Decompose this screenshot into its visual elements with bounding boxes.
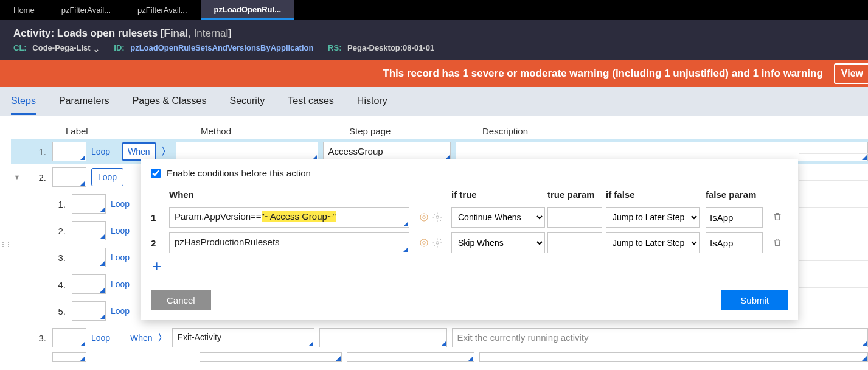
when-link[interactable]: When — [130, 333, 153, 343]
step-number: 4. — [54, 279, 66, 290]
when-expression-highlight: "~Access Group~" — [262, 211, 336, 222]
trash-icon[interactable] — [773, 237, 790, 249]
if-true-select[interactable]: Continue Whens — [451, 207, 545, 228]
rule-title: Activity: Loads open rulesets [Final, In… — [13, 27, 855, 40]
svg-point-4 — [423, 242, 426, 245]
warning-bar: This record has 1 severe or moderate war… — [0, 60, 868, 87]
step-number: 2. — [54, 226, 66, 236]
title-name: Loads open rulesets — [57, 27, 158, 39]
loop-link[interactable]: Loop — [111, 306, 135, 316]
when-conditions-popup: Enable conditions before this action Whe… — [141, 159, 798, 320]
when-expression-input[interactable]: pzHasProductionRulesets — [169, 232, 409, 253]
when-expression-text: Param.AppVersion== — [175, 211, 262, 222]
step-label-input[interactable] — [52, 142, 86, 161]
background-rows — [799, 153, 868, 314]
gear-icon[interactable] — [432, 212, 443, 223]
condition-row-number: 2 — [151, 238, 169, 248]
rule-form-tabs: Steps Parameters Pages & Classes Securit… — [0, 87, 868, 116]
loop-link[interactable]: Loop — [111, 199, 135, 209]
step-number: 1. — [54, 199, 66, 209]
step-row-partial[interactable] — [11, 351, 868, 363]
false-param-input[interactable] — [706, 232, 763, 253]
tab-test-cases[interactable]: Test cases — [288, 88, 334, 115]
step-label-input[interactable] — [52, 328, 86, 347]
loop-link[interactable]: Loop — [91, 333, 116, 343]
loop-button[interactable]: Loop — [91, 168, 123, 186]
tab-pages-classes[interactable]: Pages & Classes — [133, 88, 207, 115]
step-number: 3. — [32, 333, 46, 343]
collapse-icon[interactable]: ▼ — [11, 173, 23, 181]
id-label: ID: — [114, 43, 124, 52]
enable-conditions-input[interactable] — [151, 169, 161, 178]
bracket-open: [ — [158, 27, 164, 39]
svg-point-3 — [420, 239, 428, 246]
cancel-button[interactable]: Cancel — [151, 290, 211, 310]
step-label-input[interactable] — [72, 194, 106, 214]
loop-link[interactable]: Loop — [111, 253, 135, 262]
view-warnings-button[interactable]: View — [834, 63, 868, 84]
when-expression-text: pzHasProductionRulesets — [175, 237, 280, 247]
cl-label: CL: — [13, 43, 27, 52]
when-button[interactable]: When — [122, 142, 156, 161]
step-page-input[interactable] — [319, 328, 447, 347]
cl-value[interactable]: Code-Pega-List⌄ — [32, 43, 99, 52]
step-label-input[interactable] — [72, 221, 106, 240]
method-input[interactable] — [176, 142, 318, 161]
rule-header: Activity: Loads open rulesets [Final, In… — [0, 20, 868, 60]
if-true-select[interactable]: Skip Whens — [451, 232, 545, 253]
trash-icon[interactable] — [773, 212, 790, 223]
add-condition-button[interactable]: + — [152, 257, 788, 276]
step-label-input[interactable] — [52, 167, 86, 187]
tab-steps[interactable]: Steps — [11, 88, 36, 115]
description-input[interactable]: Exit the currently running activity — [452, 328, 868, 347]
col-when: When — [169, 189, 417, 202]
true-param-input[interactable] — [547, 232, 602, 253]
rs-value: Pega-Desktop:08-01-01 — [347, 43, 434, 52]
svg-point-5 — [436, 242, 439, 245]
chevron-right-icon[interactable]: 〉 — [158, 332, 167, 344]
method-input[interactable]: Exit-Activity — [172, 328, 314, 347]
step-label-input[interactable] — [72, 248, 106, 267]
loop-link[interactable]: Loop — [91, 147, 116, 156]
method-input[interactable] — [200, 352, 342, 362]
when-expression-input[interactable]: Param.AppVersion=="~Access Group~" — [169, 207, 409, 228]
id-value: pzLoadOpenRuleSetsAndVersionsByApplicati… — [130, 43, 313, 52]
chevron-right-icon[interactable]: 〉 — [161, 145, 171, 158]
tab-parameters[interactable]: Parameters — [59, 88, 109, 115]
tab-security[interactable]: Security — [229, 88, 265, 115]
if-false-select[interactable]: Jump to Later Step — [606, 207, 700, 228]
step-row-3[interactable]: 3. Loop When 〉 Exit-Activity Exit the cu… — [11, 324, 868, 351]
step-page-input[interactable] — [347, 352, 474, 362]
enable-conditions-checkbox[interactable]: Enable conditions before this action — [151, 168, 788, 178]
availability-internal: Internal — [194, 27, 229, 39]
step-label-input[interactable] — [52, 352, 86, 362]
condition-row-number: 1 — [151, 212, 169, 223]
loop-link[interactable]: Loop — [111, 226, 135, 236]
splitter-handle[interactable]: ⋮⋮ — [0, 241, 5, 251]
submit-button[interactable]: Submit — [721, 290, 788, 310]
col-description: Description — [482, 126, 868, 136]
availability-final: Final — [164, 27, 189, 39]
popup-actions: Cancel Submit — [151, 290, 788, 310]
step-label-input[interactable] — [72, 274, 106, 294]
step-label-input[interactable] — [72, 301, 106, 321]
tab-pzloadopen[interactable]: pzLoadOpenRul... — [201, 0, 295, 20]
step-number: 3. — [54, 253, 66, 263]
false-param-input[interactable] — [706, 207, 763, 228]
tab-pzfilter-2[interactable]: pzFilterAvail... — [124, 0, 200, 20]
top-tabs-bar: Home pzFilterAvail... pzFilterAvail... p… — [0, 0, 868, 20]
tab-pzfilter-1[interactable]: pzFilterAvail... — [48, 0, 124, 20]
warning-text: This record has 1 severe or moderate war… — [383, 68, 823, 80]
tab-home[interactable]: Home — [0, 0, 48, 20]
true-param-input[interactable] — [547, 207, 602, 228]
description-input[interactable] — [479, 352, 868, 362]
tab-history[interactable]: History — [357, 88, 387, 115]
loop-link[interactable]: Loop — [111, 279, 135, 289]
gear-icon[interactable] — [432, 237, 443, 248]
target-icon[interactable] — [418, 212, 429, 223]
if-false-select[interactable]: Jump to Later Step — [606, 232, 700, 253]
step-page-input[interactable]: AccessGroup — [323, 142, 451, 161]
col-if-true: if true — [451, 189, 547, 202]
col-method: Method — [201, 126, 349, 136]
target-icon[interactable] — [418, 237, 429, 248]
